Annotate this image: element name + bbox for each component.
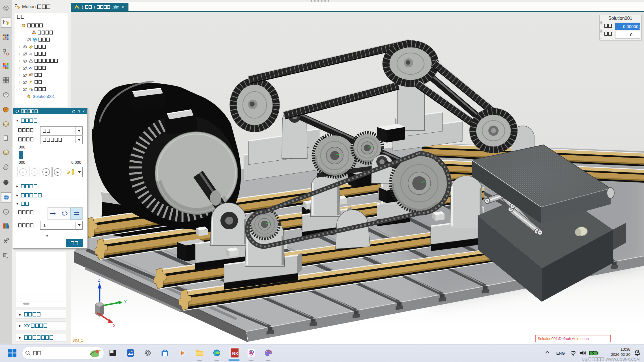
- svg-text:X: X: [113, 323, 116, 328]
- svg-text:NX: NX: [232, 351, 238, 356]
- svg-text:SIM_1: SIM_1: [72, 338, 83, 342]
- svg-text:Solution001\Default Animation: Solution001\Default Animation: [538, 337, 589, 341]
- svg-text:Z: Z: [98, 278, 100, 283]
- svg-text:Y: Y: [124, 299, 127, 304]
